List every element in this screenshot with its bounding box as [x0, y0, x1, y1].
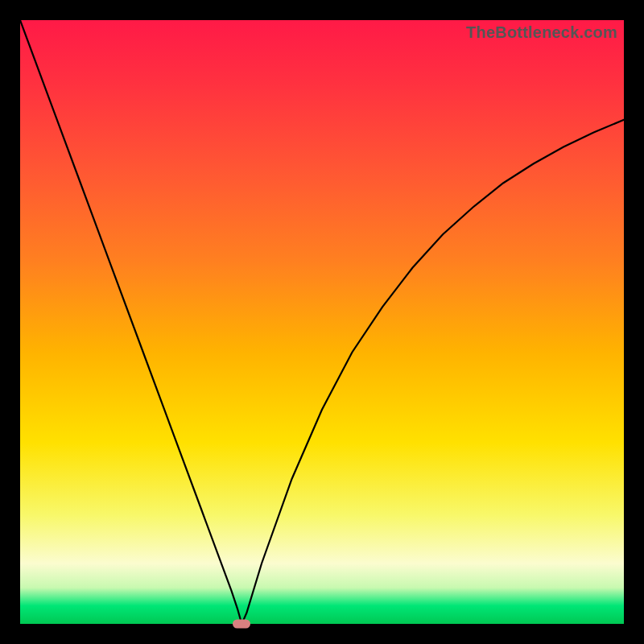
- plot-area: TheBottleneck.com: [20, 20, 624, 624]
- curve-path: [20, 20, 624, 624]
- minimum-marker: [233, 620, 250, 629]
- chart-frame: TheBottleneck.com: [0, 0, 644, 644]
- bottleneck-curve: [20, 20, 624, 624]
